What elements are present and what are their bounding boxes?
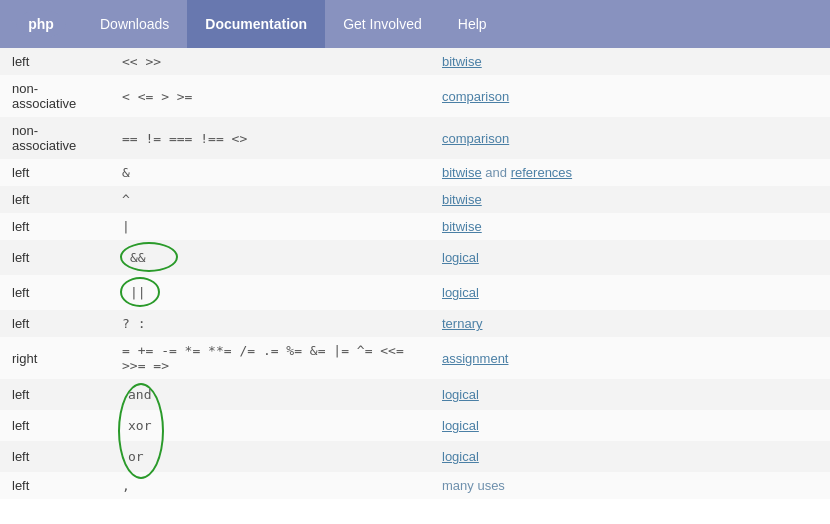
desc-link[interactable]: bitwise (442, 192, 482, 207)
desc-link[interactable]: comparison (442, 131, 509, 146)
ops-cell: & (110, 159, 430, 186)
ops-cell: ? : (110, 310, 430, 337)
assoc-cell: left (0, 240, 110, 275)
desc-cell: bitwise (430, 213, 830, 240)
ops-cell: = += -= *= **= /= .= %= &= |= ^= <<= >>=… (110, 337, 430, 379)
table-row: left&&logical (0, 240, 830, 275)
assoc-cell: left (0, 410, 110, 441)
nav-get-involved[interactable]: Get Involved (325, 0, 440, 48)
nav-documentation[interactable]: Documentation (187, 0, 325, 48)
desc-link[interactable]: logical (442, 250, 479, 265)
desc-text: many uses (442, 478, 505, 493)
desc-cell: bitwise (430, 186, 830, 213)
ops-cell: xor (110, 410, 430, 441)
assoc-cell: left (0, 310, 110, 337)
desc-cell: logical (430, 379, 830, 410)
desc-cell: logical (430, 441, 830, 472)
ops-cell: and (110, 379, 430, 410)
navbar: php Downloads Documentation Get Involved… (0, 0, 830, 48)
desc-link[interactable]: bitwise (442, 54, 482, 69)
assoc-cell: left (0, 48, 110, 75)
assoc-cell: non-associative (0, 75, 110, 117)
table-row: left|bitwise (0, 213, 830, 240)
assoc-cell: left (0, 441, 110, 472)
assoc-cell: left (0, 159, 110, 186)
table-row: non-associative< <= > >=comparison (0, 75, 830, 117)
desc-link[interactable]: bitwise (442, 165, 482, 180)
ops-cell: < <= > >= (110, 75, 430, 117)
ops-cell: == != === !== <> (110, 117, 430, 159)
desc-cell: many uses (430, 472, 830, 499)
desc-link[interactable]: assignment (442, 351, 508, 366)
desc-cell: logical (430, 275, 830, 310)
desc-link[interactable]: comparison (442, 89, 509, 104)
desc-link[interactable]: logical (442, 387, 479, 402)
assoc-cell: left (0, 472, 110, 499)
ops-cell: or (110, 441, 430, 472)
desc-cell: logical (430, 410, 830, 441)
ops-cell: ^ (110, 186, 430, 213)
table-row: left||logical (0, 275, 830, 310)
desc-link[interactable]: ternary (442, 316, 482, 331)
operators-table: left<< >>bitwisenon-associative< <= > >=… (0, 48, 830, 499)
nav-help[interactable]: Help (440, 0, 505, 48)
nav-items: Downloads Documentation Get Involved Hel… (82, 0, 505, 48)
ops-cell: , (110, 472, 430, 499)
table-row: leftandlogical (0, 379, 830, 410)
assoc-cell: right (0, 337, 110, 379)
php-logo-image: php (16, 10, 66, 38)
table-row: right= += -= *= **= /= .= %= &= |= ^= <<… (0, 337, 830, 379)
desc-link[interactable]: references (511, 165, 572, 180)
assoc-cell: left (0, 186, 110, 213)
desc-cell: logical (430, 240, 830, 275)
ops-cell: << >> (110, 48, 430, 75)
table-row: left^bitwise (0, 186, 830, 213)
desc-cell: bitwise (430, 48, 830, 75)
assoc-cell: left (0, 213, 110, 240)
assoc-cell: left (0, 275, 110, 310)
desc-cell: ternary (430, 310, 830, 337)
assoc-cell: non-associative (0, 117, 110, 159)
desc-link[interactable]: logical (442, 418, 479, 433)
desc-link[interactable]: logical (442, 449, 479, 464)
logo: php (0, 0, 82, 48)
table-row: non-associative== != === !== <>compariso… (0, 117, 830, 159)
table-row: left,many uses (0, 472, 830, 499)
desc-cell: assignment (430, 337, 830, 379)
table-row: left&bitwise and references (0, 159, 830, 186)
nav-downloads[interactable]: Downloads (82, 0, 187, 48)
desc-cell: bitwise and references (430, 159, 830, 186)
ops-cell: | (110, 213, 430, 240)
desc-text: and (482, 165, 511, 180)
desc-cell: comparison (430, 117, 830, 159)
table-row: left? :ternary (0, 310, 830, 337)
svg-text:php: php (28, 16, 54, 32)
ops-cell: || (110, 275, 430, 310)
desc-cell: comparison (430, 75, 830, 117)
table-row: left<< >>bitwise (0, 48, 830, 75)
table-row: leftxorlogical (0, 410, 830, 441)
ops-cell: && (110, 240, 430, 275)
table-row: leftorlogical (0, 441, 830, 472)
desc-link[interactable]: logical (442, 285, 479, 300)
desc-link[interactable]: bitwise (442, 219, 482, 234)
assoc-cell: left (0, 379, 110, 410)
